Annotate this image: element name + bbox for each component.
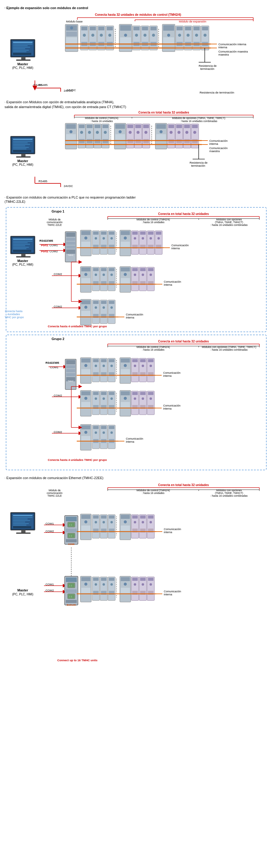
svg-text:interna: interna (126, 440, 134, 443)
svg-rect-84 (13, 144, 30, 145)
svg-text:Comunicación: Comunicación (164, 590, 181, 593)
svg-rect-130 (135, 139, 141, 143)
svg-rect-196 (13, 250, 31, 252)
svg-point-508 (103, 521, 105, 523)
svg-rect-105 (79, 139, 84, 143)
svg-point-53 (186, 34, 190, 37)
svg-rect-113 (95, 139, 100, 143)
svg-rect-288 (148, 268, 153, 271)
svg-rect-86 (13, 147, 29, 148)
svg-text:: hasta 16 unidades combinadas: : hasta 16 unidades combinadas (210, 223, 247, 226)
svg-rect-310 (109, 301, 114, 304)
svg-point-23 (108, 34, 111, 37)
svg-text:: hasta 16 unidades: : hasta 16 unidades (142, 348, 164, 351)
svg-text:Conecta en total hasta 32 unid: Conecta en total hasta 32 unidades (158, 483, 209, 487)
svg-point-28 (124, 34, 127, 37)
svg-rect-228 (109, 231, 114, 235)
svg-point-49 (178, 34, 181, 37)
svg-rect-126 (127, 139, 133, 143)
svg-point-363 (110, 365, 113, 367)
svg-rect-87 (13, 149, 26, 149)
svg-point-376 (142, 365, 144, 367)
svg-point-238 (134, 237, 136, 240)
svg-point-584 (149, 583, 152, 586)
svg-text:TMHC: TMHC (68, 254, 74, 256)
svg-rect-143 (168, 139, 174, 143)
svg-point-104 (80, 131, 83, 134)
svg-text:interna: interna (126, 316, 134, 319)
page-container: · Ejemplo de expansión solo con módulos … (0, 0, 273, 673)
svg-rect-489 (68, 523, 74, 526)
svg-rect-507 (101, 516, 106, 519)
svg-rect-209 (66, 232, 75, 237)
svg-rect-562 (101, 578, 106, 581)
svg-point-225 (103, 237, 105, 240)
svg-point-289 (149, 274, 152, 276)
section1-title: · Ejemplo de expansión solo con módulos … (5, 6, 268, 10)
svg-rect-391 (81, 402, 91, 407)
svg-point-229 (110, 237, 113, 240)
svg-point-32 (135, 34, 138, 37)
master-title: Master (17, 62, 28, 66)
svg-text:terminación: terminación (191, 164, 205, 167)
svg-text:Grupo 1: Grupo 1 (52, 210, 64, 213)
svg-rect-237 (132, 231, 138, 235)
svg-text:TMHC por grupo: TMHC por grupo (5, 316, 24, 319)
svg-rect-541 (66, 578, 77, 582)
svg-rect-408 (121, 402, 130, 407)
svg-rect-440 (109, 426, 114, 429)
svg-point-146 (177, 131, 180, 134)
svg-rect-89 (21, 154, 26, 156)
svg-text:Master: Master (17, 588, 28, 592)
svg-rect-27 (120, 25, 131, 31)
svg-point-246 (149, 237, 152, 240)
svg-rect-546 (66, 589, 77, 593)
svg-rect-516 (121, 515, 130, 519)
svg-rect-194 (13, 247, 29, 248)
svg-rect-389 (81, 391, 91, 395)
svg-text:: hasta 16 unidades: : hasta 16 unidades (142, 221, 164, 224)
svg-rect-473 (13, 520, 30, 521)
svg-rect-478 (21, 530, 26, 532)
svg-point-555 (84, 583, 88, 586)
svg-rect-60 (202, 27, 208, 30)
svg-rect-362 (109, 359, 114, 362)
section4-comi: COMI (68, 543, 75, 546)
svg-rect-344 (66, 365, 75, 368)
svg-rect-397 (101, 392, 106, 395)
svg-rect-261 (81, 278, 91, 283)
svg-point-441 (110, 431, 113, 434)
svg-rect-193 (13, 245, 25, 246)
svg-text:24VDC: 24VDC (64, 184, 73, 188)
svg-point-221 (95, 237, 97, 240)
svg-point-372 (134, 365, 136, 367)
svg-rect-216 (81, 231, 91, 235)
svg-text:Comunicación: Comunicación (171, 244, 189, 247)
svg-text:TMHC-22LE: TMHC-22LE (47, 494, 62, 497)
svg-text:interna: interna (163, 407, 172, 410)
svg-rect-46 (163, 37, 174, 43)
svg-text:: hasta 16 unidades combinadas: : hasta 16 unidades combinadas (210, 494, 247, 497)
svg-rect-436 (101, 426, 106, 429)
svg-rect-284 (140, 268, 146, 271)
svg-point-138 (160, 130, 163, 133)
svg-rect-278 (121, 278, 130, 283)
svg-text:Comunicación: Comunicación (163, 404, 180, 407)
section1-expansion-label: Módulo de expansión (179, 20, 206, 23)
svg-text:interna: interna (171, 247, 180, 250)
svg-point-429 (84, 431, 88, 434)
svg-rect-358 (101, 359, 106, 362)
svg-rect-83 (13, 143, 28, 143)
svg-text:Comunicación: Comunicación (164, 528, 181, 531)
svg-point-133 (144, 131, 147, 134)
svg-rect-518 (121, 526, 130, 531)
master-subtitle: (PC, PLC, HMI) (12, 66, 33, 69)
svg-point-368 (124, 364, 127, 367)
svg-rect-492 (66, 529, 77, 532)
svg-text:(PC, PLC, HMI): (PC, PLC, HMI) (12, 593, 33, 596)
svg-point-437 (103, 431, 105, 434)
svg-rect-503 (93, 516, 99, 519)
svg-text:Conecta hasta 4 unidades TMHC : Conecta hasta 4 unidades TMHC por grupo (48, 324, 107, 328)
svg-rect-571 (121, 577, 130, 581)
svg-point-419 (149, 397, 152, 400)
